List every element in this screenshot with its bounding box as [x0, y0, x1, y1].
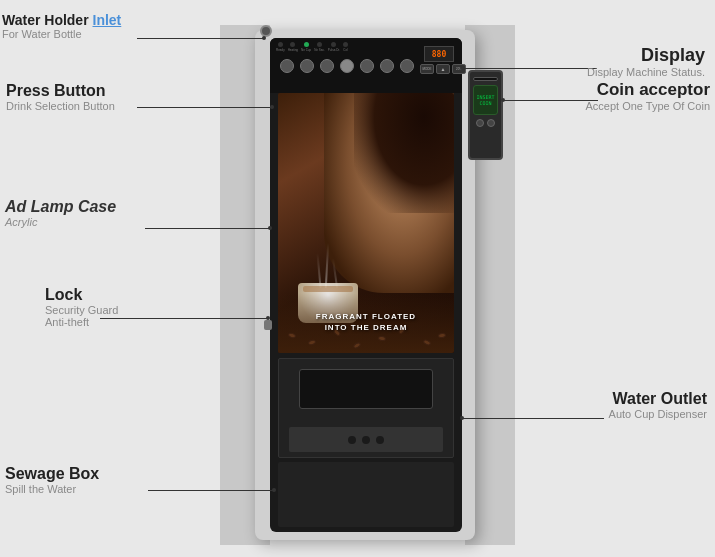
water-outlet-subtitle: Auto Cup Dispenser: [609, 408, 707, 420]
drink-button-1[interactable]: [280, 59, 294, 73]
cup-tray: [289, 427, 443, 452]
steam-2: [325, 243, 329, 288]
mode-buttons: MODE ▲ 20%: [420, 64, 466, 74]
water-holder-title: Water Holder Inlet: [2, 12, 121, 28]
status-item-2: Heating: [288, 42, 298, 52]
status-item-6: Col: [343, 42, 348, 52]
sewage-box-label: Sewage Box Spill the Water: [5, 465, 99, 495]
ad-text-overlay: FRAGRANT FLOATED INTO THE DREAM: [278, 311, 454, 333]
tray-hole-1: [348, 436, 356, 444]
ad-text-line1: FRAGRANT FLOATED: [278, 311, 454, 322]
press-button-subtitle: Drink Selection Button: [6, 100, 115, 112]
water-outlet-title: Water Outlet: [609, 390, 707, 408]
bottom-storage-area: [278, 462, 454, 527]
display-label: Display Display Machine Status.: [587, 45, 705, 78]
drink-button-4[interactable]: [340, 59, 354, 73]
coin-acceptor-subtitle: Accept One Type Of Coin: [585, 100, 710, 112]
machine-inner: Ready Heating No Cup No Sac. Pulsa Dr.: [270, 38, 462, 532]
status-item-3: No Cup: [301, 42, 311, 52]
coin-button-row: [476, 119, 495, 127]
cup-rim: [303, 286, 353, 292]
drink-button-5[interactable]: [360, 59, 374, 73]
display-subtitle: Display Machine Status.: [587, 66, 705, 78]
ad-steam: [308, 238, 348, 288]
bean-4: [352, 341, 361, 349]
drink-button-2[interactable]: [300, 59, 314, 73]
lock-label: Lock Security Guard Anti-theft: [45, 286, 118, 328]
dispense-slot: [299, 369, 433, 409]
ad-text-line2: INTO THE DREAM: [278, 322, 454, 333]
ad-lamp-title: Ad Lamp Case: [5, 198, 116, 216]
coin-btn-1[interactable]: [476, 119, 484, 127]
press-button-label: Press Button Drink Selection Button: [6, 82, 115, 112]
drink-button-7[interactable]: [400, 59, 414, 73]
machine-display-box: 880: [424, 46, 454, 62]
top-panel: Ready Heating No Cup No Sac. Pulsa Dr.: [270, 38, 462, 93]
water-inlet-element: [260, 25, 272, 37]
coin-slot[interactable]: [473, 77, 498, 81]
coin-btn-2[interactable]: [487, 119, 495, 127]
dispense-area: [278, 358, 454, 458]
coin-acceptor-line-h: [503, 100, 598, 101]
bean-7: [422, 339, 431, 347]
lock-subtitle-2: Anti-theft: [45, 316, 118, 328]
drink-button-3[interactable]: [320, 59, 334, 73]
mode-btn-up[interactable]: ▲: [436, 64, 450, 74]
status-item-4: No Sac.: [314, 42, 325, 52]
coin-acceptor[interactable]: INSERTCOIN: [468, 70, 503, 160]
mode-btn-mode[interactable]: MODE: [420, 64, 434, 74]
bean-8: [438, 332, 447, 338]
lock-title: Lock: [45, 286, 118, 304]
coin-display-text: INSERTCOIN: [476, 94, 494, 106]
drink-button-6[interactable]: [380, 59, 394, 73]
coin-acceptor-title: Coin acceptor: [585, 80, 710, 100]
bean-2: [307, 339, 316, 346]
sewage-box-subtitle: Spill the Water: [5, 483, 99, 495]
woman-hair: [354, 93, 454, 213]
press-button-title: Press Button: [6, 82, 115, 100]
sewage-box-title: Sewage Box: [5, 465, 99, 483]
status-item-5: Pulsa Dr.: [328, 42, 340, 52]
lock-subtitle-1: Security Guard: [45, 304, 118, 316]
mode-btn-pct[interactable]: 20%: [452, 64, 466, 74]
ad-display: FRAGRANT FLOATED INTO THE DREAM: [278, 93, 454, 353]
tray-hole-3: [376, 436, 384, 444]
bean-5: [378, 335, 387, 341]
coin-acceptor-display: INSERTCOIN: [473, 85, 498, 115]
status-row: Ready Heating No Cup No Sac. Pulsa Dr.: [276, 42, 456, 52]
water-holder-label: Water Holder Inlet For Water Bottle: [2, 12, 121, 40]
diagram-container: Ready Heating No Cup No Sac. Pulsa Dr.: [0, 0, 715, 557]
ad-lamp-label: Ad Lamp Case Acrylic: [5, 198, 116, 228]
display-title: Display: [587, 45, 705, 66]
water-outlet-label: Water Outlet Auto Cup Dispenser: [609, 390, 707, 420]
coin-acceptor-label: Coin acceptor Accept One Type Of Coin: [585, 80, 710, 112]
status-item-1: Ready: [276, 42, 285, 52]
lock-element: [264, 320, 272, 330]
tray-holes: [348, 436, 384, 444]
tray-hole-2: [362, 436, 370, 444]
display-value: 880: [432, 50, 446, 59]
ad-lamp-subtitle: Acrylic: [5, 216, 116, 228]
water-holder-subtitle: For Water Bottle: [2, 28, 121, 40]
